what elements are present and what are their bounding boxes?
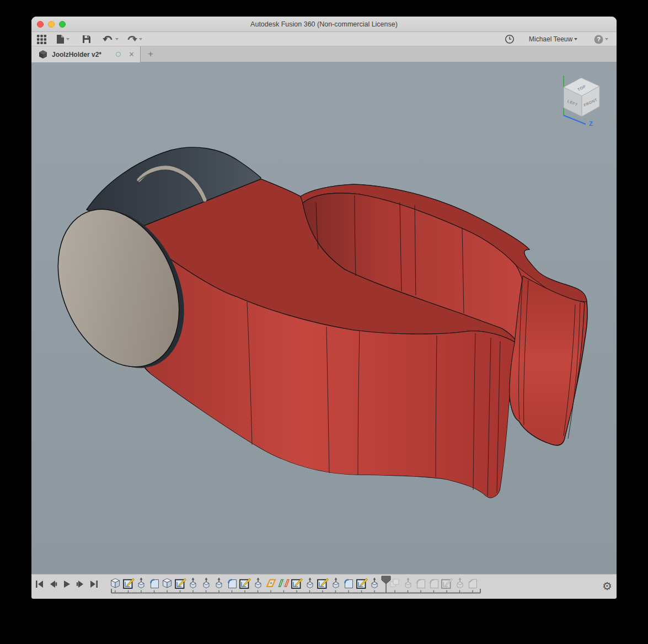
user-name: Michael Teeuw <box>529 35 572 43</box>
tab-title: JoolzHolder v2* <box>52 51 111 58</box>
undo-menu-caret <box>115 38 119 40</box>
tab-bar: JoolzHolder v2* ✕ + <box>31 46 617 62</box>
help-icon: ? <box>594 35 603 44</box>
redo-icon <box>126 35 137 44</box>
timeline-bar: ⚙ <box>31 574 617 599</box>
window-title: Autodesk Fusion 360 (Non-commercial Lice… <box>31 17 617 32</box>
svg-text:?: ? <box>597 36 601 42</box>
view-cube[interactable]: Z TOP LEFT FRONT <box>554 69 609 132</box>
undo-button[interactable] <box>103 34 119 45</box>
job-status-button[interactable] <box>505 34 515 45</box>
clock-icon <box>505 34 515 44</box>
redo-menu-caret <box>139 38 142 40</box>
user-menu[interactable]: Michael Teeuw <box>529 34 577 45</box>
titlebar[interactable]: Autodesk Fusion 360 (Non-commercial Lice… <box>31 17 617 32</box>
fusion360-window: Autodesk Fusion 360 (Non-commercial Lice… <box>31 17 617 599</box>
timeline-marker[interactable] <box>382 576 390 593</box>
app-grid-icon <box>37 35 46 44</box>
save-button[interactable] <box>82 34 91 45</box>
help-menu[interactable]: ? <box>594 34 608 45</box>
sync-status-icon <box>116 52 121 57</box>
file-icon <box>56 34 65 44</box>
model-3d <box>31 62 617 574</box>
z-axis <box>564 115 586 124</box>
model-right-jaw <box>510 276 585 445</box>
viewport-canvas[interactable]: Z TOP LEFT FRONT <box>31 62 617 574</box>
file-menu-button[interactable] <box>56 34 69 45</box>
timeline-ruler[interactable] <box>31 574 608 599</box>
tab-close-button[interactable]: ✕ <box>128 51 135 58</box>
user-menu-caret <box>574 38 577 40</box>
app-grid-button[interactable] <box>37 34 46 45</box>
toolbar: Michael Teeuw ? <box>31 32 617 46</box>
document-cube-icon <box>39 50 47 58</box>
new-tab-button[interactable]: + <box>148 49 153 60</box>
file-menu-caret <box>66 38 69 40</box>
undo-icon <box>103 35 114 44</box>
help-menu-caret <box>605 38 608 40</box>
redo-button[interactable] <box>126 34 142 45</box>
tab-joolzholder[interactable]: JoolzHolder v2* ✕ <box>31 46 141 62</box>
timeline-settings-gear-icon[interactable]: ⚙ <box>602 578 612 594</box>
save-icon <box>82 35 91 44</box>
z-axis-label: Z <box>589 120 593 127</box>
